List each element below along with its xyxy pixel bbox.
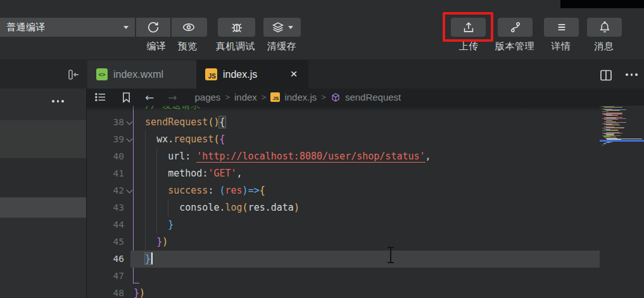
code-line-41[interactable]: 41 method:'GET', <box>87 165 600 182</box>
line-number: 44 <box>87 216 124 233</box>
code-text: }) <box>134 233 168 251</box>
fold-chevron-icon[interactable] <box>127 187 133 194</box>
code-line-47[interactable]: 47 <box>87 268 600 285</box>
chevron-down-icon <box>123 26 129 29</box>
file-explorer-panel <box>0 89 86 298</box>
code-editor: ← → pages > index > JS index.js > sendRe… <box>87 89 644 298</box>
code-viewport[interactable]: // 发送请求38 sendRequest(){39 wx.request({4… <box>87 106 600 298</box>
file-tree-row[interactable] <box>0 158 86 197</box>
code-line-38[interactable]: 38 sendRequest(){ <box>87 114 600 131</box>
breadcrumb-index[interactable]: index <box>234 92 257 102</box>
breadcrumb-separator: > <box>321 92 326 102</box>
messages-button[interactable] <box>587 18 622 37</box>
code-text: success: (res)=>{ <box>134 182 265 199</box>
js-file-icon: JS <box>205 68 217 80</box>
messages-label: 消息 <box>576 40 633 53</box>
code-line-42[interactable]: 42 success: (res)=>{ <box>87 182 600 199</box>
breadcrumb-pages[interactable]: pages <box>195 92 221 102</box>
file-tree-row[interactable] <box>0 218 86 298</box>
bug-icon <box>229 20 244 35</box>
editor-more-actions-icon[interactable] <box>626 73 638 76</box>
outline-list-icon[interactable] <box>94 92 106 102</box>
code-line-48[interactable]: 48}) <box>87 285 600 298</box>
explorer-more-actions-icon[interactable] <box>52 100 64 102</box>
text-caret <box>151 252 153 264</box>
js-file-icon: JS <box>270 92 280 102</box>
tab-label: index.wxml <box>113 69 163 80</box>
explorer-header-row <box>0 89 86 120</box>
eye-icon <box>181 20 196 34</box>
code-line-40[interactable]: 40 url: 'http://localhost:8080/user/shop… <box>87 148 600 165</box>
file-tree-row[interactable] <box>0 120 86 158</box>
close-tab-icon[interactable]: × <box>288 68 300 81</box>
fold-chevron-icon[interactable] <box>127 119 133 125</box>
layers-icon <box>271 20 285 34</box>
code-text: sendRequest(){ <box>134 114 225 131</box>
code-line-44[interactable]: 44 } <box>87 216 600 233</box>
branch-icon <box>508 20 522 34</box>
clear-cache-button[interactable] <box>263 18 301 37</box>
compile-group: 普通编译 <box>0 18 207 37</box>
code-text: console.log(res.data) <box>134 199 300 216</box>
code-line-39[interactable]: 39 wx.request({ <box>87 131 600 148</box>
window-top-corner <box>560 0 644 8</box>
upload-button[interactable] <box>451 18 486 37</box>
fold-chevron-icon[interactable] <box>127 136 133 142</box>
collapse-sidebar-icon <box>64 67 80 82</box>
line-number: 46 <box>87 251 124 268</box>
compile-button[interactable] <box>135 18 170 37</box>
minimap[interactable] <box>600 106 644 298</box>
symbol-cube-icon <box>331 92 341 102</box>
code-text: } <box>134 216 174 233</box>
code-line-46[interactable]: 46 } <box>87 251 600 268</box>
tab-label: index.js <box>223 69 257 80</box>
code-line-43[interactable]: 43 console.log(res.data) <box>87 199 600 216</box>
line-number: 38 <box>87 114 124 131</box>
tab-index-js[interactable]: JS index.js × <box>196 60 308 89</box>
chevron-down-icon <box>288 26 293 29</box>
line-number: 45 <box>87 233 124 251</box>
code-text: }) <box>134 285 145 298</box>
breadcrumb-separator: > <box>225 92 230 102</box>
clear-cache-label: 清缓存 <box>253 40 310 53</box>
breadcrumb-index-js[interactable]: index.js <box>284 92 317 102</box>
split-editor-button[interactable] <box>598 68 614 83</box>
bell-icon <box>598 20 612 34</box>
code-text: } <box>134 251 153 268</box>
navigate-back-icon[interactable]: ← <box>145 91 154 104</box>
menu-icon <box>555 20 569 34</box>
wxml-file-icon: <> <box>96 68 108 80</box>
code-line-45[interactable]: 45 }) <box>87 233 600 251</box>
breadcrumb: pages > index > JS index.js > sendReques… <box>195 92 401 102</box>
upload-icon <box>462 20 476 34</box>
version-control-button[interactable] <box>498 18 533 37</box>
compile-mode-label: 普通编译 <box>6 22 46 34</box>
tab-index-wxml[interactable]: <> index.wxml <box>87 60 196 89</box>
line-number: 47 <box>87 268 124 285</box>
collapse-sidebar-button[interactable] <box>63 66 81 84</box>
breadcrumb-send-request[interactable]: sendRequest <box>345 92 401 102</box>
details-button[interactable] <box>544 18 579 37</box>
code-line-comment[interactable]: // 发送请求 <box>87 106 600 114</box>
breadcrumb-separator: > <box>262 92 267 102</box>
split-editor-icon <box>598 68 614 83</box>
code-text: method:'GET', <box>134 165 243 182</box>
line-number: 48 <box>87 285 124 298</box>
top-toolbar: 普通编译 <box>0 0 644 60</box>
remote-debug-button[interactable] <box>218 18 255 37</box>
code-text: // 发送请求 <box>134 106 200 114</box>
line-number: 40 <box>87 148 124 165</box>
breadcrumb-bar: ← → pages > index > JS index.js > sendRe… <box>87 89 644 106</box>
compile-mode-dropdown[interactable]: 普通编译 <box>0 18 135 37</box>
preview-button[interactable] <box>170 18 206 37</box>
file-tree-selected-row[interactable] <box>0 197 86 218</box>
current-line-highlight <box>130 251 600 268</box>
line-number: 41 <box>87 165 124 182</box>
bookmark-icon[interactable] <box>122 92 131 103</box>
code-text: url: 'http://localhost:8080/user/shop/st… <box>134 148 431 165</box>
refresh-icon <box>146 20 160 34</box>
wechat-devtools-window: 普通编译 <box>0 0 644 298</box>
navigate-forward-icon[interactable]: → <box>168 91 177 104</box>
minimap-current-line <box>600 140 644 142</box>
line-number: 43 <box>87 199 124 216</box>
